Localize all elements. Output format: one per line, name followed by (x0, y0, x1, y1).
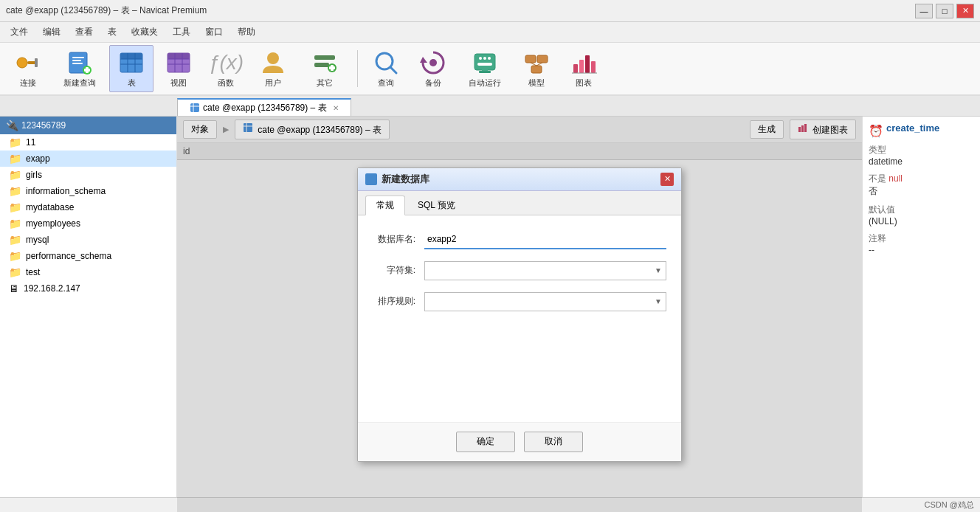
comment-value: -- (869, 245, 974, 255)
menu-favorites[interactable]: 收藏夹 (124, 23, 165, 41)
other-label: 其它 (317, 77, 333, 89)
chart-label: 图表 (576, 77, 592, 89)
toolbar-table[interactable]: 表 (109, 45, 153, 92)
dialog-close-btn[interactable]: ✕ (660, 173, 674, 186)
toolbar-connect[interactable]: 连接 (6, 45, 50, 92)
menu-view[interactable]: 查看 (68, 23, 100, 41)
dialog-body: 数据库名: 字符集: ▼ 排序规则: (358, 215, 681, 422)
other-icon (311, 49, 338, 76)
user-label: 用户 (265, 77, 281, 89)
menu-help[interactable]: 帮助 (230, 23, 263, 41)
db-icon-performance: 📁 (9, 250, 21, 262)
toolbar-chart[interactable]: 图表 (562, 45, 606, 92)
svg-line-42 (531, 63, 536, 66)
tab-main[interactable]: cate @exapp (123456789) – 表 ✕ (177, 98, 351, 116)
maximize-btn[interactable]: □ (936, 4, 953, 18)
form-row-dbname: 数据库名: (373, 230, 666, 249)
svg-rect-47 (591, 61, 596, 73)
dialog-tabs: 常规 SQL 预览 (358, 191, 681, 215)
db-name-input[interactable] (424, 230, 666, 249)
sidebar-item-exapp[interactable]: 📁 exapp (0, 151, 176, 167)
model-icon (523, 49, 550, 76)
svg-rect-36 (477, 63, 492, 66)
charset-label: 字符集: (373, 264, 424, 277)
dialog-tab-general[interactable]: 常规 (365, 196, 405, 215)
auto-run-icon (472, 49, 498, 76)
sidebar-item-mysql[interactable]: 📁 mysql (0, 232, 176, 248)
toolbar-view[interactable]: 视图 (156, 45, 201, 92)
toolbar-user[interactable]: 用户 (251, 45, 295, 92)
db-name-mydb: mydatabase (26, 202, 74, 212)
server-name: 192.168.2.147 (24, 283, 80, 294)
svg-rect-40 (537, 55, 548, 63)
dialog-tab-sql[interactable]: SQL 预览 (407, 196, 466, 215)
title-bar: cate @exapp (123456789) – 表 – Navicat Pr… (0, 0, 980, 22)
charset-select-wrapper: ▼ (424, 261, 666, 280)
query-icon (373, 49, 399, 76)
tab-close-btn[interactable]: ✕ (333, 104, 339, 112)
svg-rect-38 (479, 71, 491, 73)
collation-select[interactable] (424, 292, 666, 311)
db-name-performance: performance_schema (26, 251, 111, 261)
svg-line-43 (536, 63, 542, 66)
svg-point-35 (488, 57, 491, 60)
comment-label: 注释 (869, 232, 974, 245)
toolbar-other[interactable]: 其它 (298, 45, 351, 92)
new-query-label: 新建查询 (63, 77, 96, 89)
db-name-mysql: mysql (26, 235, 49, 245)
toolbar-model[interactable]: 模型 (514, 45, 559, 92)
tab-main-label: cate @exapp (123456789) – 表 (203, 102, 327, 114)
main-area: 🔌 123456789 📁 11 📁 exapp 📁 girls 📁 infor… (0, 117, 980, 512)
sidebar-item-performance[interactable]: 📁 performance_schema (0, 248, 176, 264)
not-null-text: 不是 (869, 173, 888, 184)
svg-rect-2 (35, 58, 38, 67)
table-label: 表 (128, 77, 136, 89)
svg-rect-46 (585, 55, 590, 73)
close-btn[interactable]: ✕ (956, 4, 974, 18)
collation-label: 排序规则: (373, 295, 424, 308)
minimize-btn[interactable]: — (915, 4, 933, 18)
db-icon-mysql: 📁 (9, 234, 21, 246)
menu-table[interactable]: 表 (100, 23, 124, 41)
chart-icon (570, 49, 597, 76)
db-icon-information: 📁 (9, 185, 21, 197)
sidebar-item-11[interactable]: 📁 11 (0, 134, 176, 151)
toolbar-function[interactable]: ƒ(x) 函数 (204, 45, 248, 92)
menu-window[interactable]: 窗口 (198, 23, 230, 41)
charset-select[interactable] (424, 261, 666, 280)
svg-point-33 (479, 57, 482, 60)
toolbar-new-query[interactable]: 新建查询 (53, 45, 106, 92)
sidebar-item-test[interactable]: 📁 test (0, 264, 176, 280)
dialog-cancel-btn[interactable]: 取消 (524, 432, 583, 452)
connect-label: 连接 (20, 77, 36, 89)
toolbar-sep (357, 50, 358, 87)
auto-run-label: 自动运行 (469, 77, 501, 89)
sidebar-item-girls[interactable]: 📁 girls (0, 167, 176, 183)
dialog-title-bar: 新建数据库 ✕ (358, 168, 681, 191)
db-name-label: 数据库名: (373, 233, 424, 246)
sidebar-item-server[interactable]: 🖥 192.168.2.147 (0, 280, 176, 297)
menu-file[interactable]: 文件 (3, 23, 35, 41)
svg-rect-44 (573, 64, 578, 73)
user-icon (260, 49, 286, 76)
model-label: 模型 (528, 77, 545, 89)
dialog-title-icon (365, 173, 377, 185)
sidebar-item-information-schema[interactable]: 📁 information_schema (0, 183, 176, 199)
menu-bar: 文件 编辑 查看 表 收藏夹 工具 窗口 帮助 (0, 22, 980, 43)
toolbar-auto-run[interactable]: 自动运行 (458, 45, 511, 92)
backup-label: 备份 (425, 77, 441, 89)
view-icon (165, 49, 192, 76)
db-icon-exapp: 📁 (9, 153, 21, 165)
default-value: (NULL) (869, 216, 974, 226)
sidebar-item-mydatabase[interactable]: 📁 mydatabase (0, 199, 176, 215)
db-icon-myemployees: 📁 (9, 218, 21, 229)
svg-rect-27 (329, 66, 335, 69)
form-row-charset: 字符集: ▼ (373, 261, 666, 280)
menu-tools[interactable]: 工具 (165, 23, 198, 41)
dialog-confirm-btn[interactable]: 确定 (456, 432, 515, 452)
toolbar-query[interactable]: 查询 (364, 45, 408, 92)
svg-rect-5 (72, 60, 81, 61)
menu-edit[interactable]: 编辑 (35, 23, 68, 41)
sidebar-item-myemployees[interactable]: 📁 myemployees (0, 215, 176, 232)
toolbar-backup[interactable]: 备份 (411, 45, 455, 92)
